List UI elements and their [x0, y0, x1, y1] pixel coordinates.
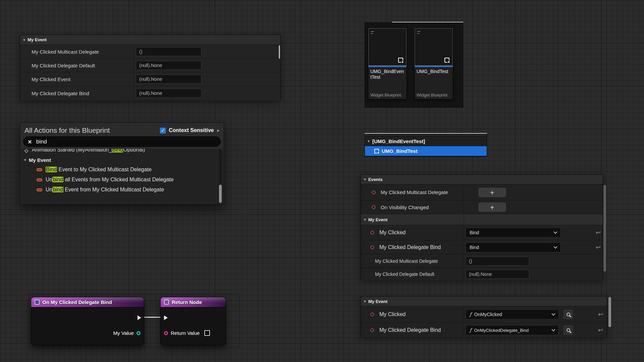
collapse-arrow-icon: ▾ [23, 38, 25, 42]
action-item-unbind-event[interactable]: Unbind Event from My Clicked Multicast D… [20, 185, 223, 195]
search-value: bind [36, 138, 47, 145]
bind-row: My Clicked ƒ OnMyClicked ↩ [361, 306, 607, 323]
property-label: My Clicked Multicast Delegate [375, 258, 438, 264]
reset-to-default-icon[interactable]: ↩ [598, 327, 603, 333]
dropdown-value: Bind [470, 230, 479, 235]
find-function-button[interactable] [564, 326, 573, 335]
reset-to-default-icon[interactable]: ↩ [596, 230, 601, 236]
my-value-output-pin[interactable] [137, 331, 141, 335]
scrollbar-thumb[interactable] [219, 185, 222, 203]
context-sensitive-label: Context Sensitive [169, 127, 214, 133]
blueprint-graph-canvas[interactable]: ▾ My Event My Clicked Multicast Delegate… [0, 0, 644, 362]
hierarchy-root-label: [UMG_BindEventTest] [372, 138, 425, 144]
delegate-icon [37, 168, 42, 171]
column-divider [134, 45, 134, 100]
bind-label: My Clicked [379, 311, 406, 317]
event-dispatcher-icon [370, 230, 375, 235]
function-dropdown[interactable]: ƒ OnMyClickedDelegate_Bind [466, 325, 559, 335]
clipped-action-item[interactable]: Animation Started (MyAnimation_BindOptio… [20, 149, 223, 155]
hierarchy-root-row[interactable]: ▾ [UMG_BindEventTest] [365, 136, 487, 146]
add-event-button[interactable]: + [479, 203, 506, 212]
event-dispatcher-icon [370, 245, 375, 249]
action-item-unbind-all[interactable]: Unbind all Events from My Clicked Multic… [20, 175, 223, 185]
plus-icon: + [490, 189, 494, 196]
exec-output-pin[interactable] [138, 315, 141, 320]
widget-blueprint-icon [374, 149, 379, 154]
collapse-arrow-icon: ▾ [24, 158, 26, 162]
panel-bottom-edge [365, 156, 487, 157]
action-item-bind-event[interactable]: Bind Event to My Clicked Multicast Deleg… [20, 165, 223, 175]
action-text: Un [46, 187, 52, 192]
bool-default-checkbox[interactable] [204, 330, 210, 336]
reset-to-default-icon[interactable]: ↩ [598, 311, 603, 317]
animation-binding-icon [24, 149, 29, 153]
node-return-node[interactable]: Return Node Return Value [160, 297, 226, 346]
property-label: My Clicked Multicast Delegate [32, 49, 99, 55]
action-text: Un [46, 177, 52, 182]
asset-card-umg-bindeventtest[interactable]: UMG_BindEventTest Widget Blueprint [368, 28, 407, 100]
exec-input-pin[interactable] [164, 315, 168, 320]
bind-dropdown[interactable]: Bind [466, 242, 561, 252]
widget-blueprint-icon [444, 58, 449, 63]
context-sensitive-checkbox[interactable]: ✓ [160, 127, 166, 134]
event-dispatcher-icon [370, 328, 375, 333]
property-value-field[interactable]: (null).None [136, 75, 202, 84]
bind-dropdown[interactable]: Bind [466, 228, 561, 238]
category-header-my-event[interactable]: ▾ My Event [20, 35, 280, 45]
category-label: My Event [29, 157, 51, 163]
events-details-panel: ▾ Events My Clicked Multicast Delegate +… [361, 174, 603, 280]
function-binding-panel: ▾ My Event My Clicked ƒ OnMyClicked ↩ My… [361, 296, 607, 337]
property-row: My Clicked Delegate Default (null).None [361, 268, 603, 281]
property-value-field[interactable]: () [136, 47, 202, 56]
asset-thumbnail [415, 28, 453, 66]
column-divider [464, 184, 464, 280]
delegate-icon [37, 188, 42, 191]
category-header-my-event[interactable]: ▾ My Event [361, 214, 603, 225]
property-value-field[interactable]: (null).None [136, 89, 202, 98]
bind-row: My Clicked Bind ↩ [361, 225, 603, 240]
category-label: My Event [28, 37, 47, 42]
category-header-my-event[interactable]: ▾ My Event [361, 297, 607, 306]
hierarchy-selected-row[interactable]: UMG_BindTest [365, 146, 487, 156]
return-value-input-pin[interactable] [164, 331, 168, 335]
property-value-field[interactable]: (null).None [466, 270, 529, 279]
event-row: On Visibility Changed + [361, 200, 603, 214]
asset-name: UMG_BindEventTest [370, 69, 405, 80]
add-event-button[interactable]: + [479, 188, 506, 197]
reset-to-default-icon[interactable]: ↩ [596, 244, 601, 250]
action-text: Event to My Clicked Multicast Delegate [57, 167, 152, 172]
scrollbar-thumb[interactable] [603, 185, 606, 272]
category-row-my-event[interactable]: ▾ My Event [20, 155, 223, 165]
category-header-events[interactable]: ▾ Events [361, 175, 603, 184]
actions-result-list: Animation Started (MyAnimation_BindOptio… [20, 149, 223, 204]
asset-type: Widget Blueprint [370, 93, 405, 98]
dropdown-value: Bind [470, 245, 479, 250]
search-input[interactable]: × bind [23, 136, 221, 147]
find-function-button[interactable] [564, 310, 573, 319]
property-row: My Clicked Delegate Bind (null).None [20, 86, 280, 100]
thumbnail-text-line [417, 33, 419, 34]
pin-label: Return Value [171, 330, 200, 336]
hierarchy-selected-label: UMG_BindTest [382, 148, 417, 154]
category-label: Events [368, 177, 383, 182]
chevron-down-icon [553, 245, 557, 248]
clipped-row [365, 134, 487, 136]
function-dropdown[interactable]: ƒ OnMyClicked [466, 309, 559, 319]
property-label: My Clicked Delegate Bind [32, 90, 89, 96]
property-value-field[interactable]: () [466, 256, 529, 265]
property-row: My Clicked Delegate Default (null).None [20, 59, 280, 72]
expand-arrow-icon[interactable]: ▸ [217, 127, 220, 133]
scrollbar-thumb[interactable] [608, 297, 611, 327]
asset-name: UMG_BindTest [417, 69, 451, 74]
property-value-field[interactable]: (null).None [136, 61, 202, 70]
chevron-down-icon [551, 327, 555, 331]
function-icon: ƒ [470, 328, 472, 333]
node-on-my-clicked-delegate-bind[interactable]: On My Clicked Delegate Bind My Value [31, 297, 144, 346]
magnifier-icon [567, 313, 570, 316]
thumbnail-text-line [371, 33, 373, 34]
asset-card-umg-bindtest[interactable]: UMG_BindTest Widget Blueprint [414, 28, 453, 100]
search-highlight: Bind [112, 149, 123, 153]
scrollbar-thumb[interactable] [279, 45, 280, 59]
collapse-arrow-icon: ▾ [364, 218, 366, 222]
clear-search-icon[interactable]: × [28, 138, 32, 145]
